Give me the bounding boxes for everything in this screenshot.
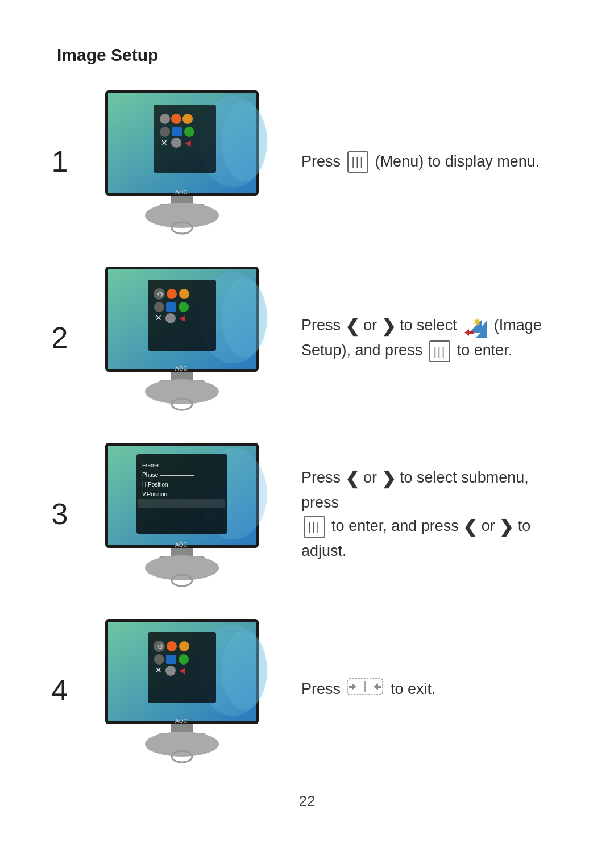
menu-button-icon-2: ||| <box>429 340 451 362</box>
menu-button-icon-1: ||| <box>347 151 369 173</box>
svg-point-17 <box>145 203 219 228</box>
step-2-desc: Press ❮ or ❯ to select (Image Setup), an… <box>290 313 569 362</box>
svg-text:V.Position ————: V.Position ———— <box>142 491 192 497</box>
svg-point-37 <box>145 379 219 404</box>
svg-rect-52 <box>138 499 225 508</box>
svg-text:Phase ——————: Phase —————— <box>142 472 194 478</box>
svg-point-11 <box>184 127 194 137</box>
svg-text:◀: ◀ <box>179 666 185 675</box>
svg-marker-80 <box>374 683 381 690</box>
step-3-to-enter: to enter, and press <box>331 517 463 534</box>
chevron-right-3b: ❯ <box>499 517 513 536</box>
svg-text:AOC: AOC <box>175 366 188 372</box>
step-3-desc: Press ❮ or ❯ to select submenu, press ||… <box>290 466 569 563</box>
step-1-row: 1 ✕ <box>45 88 569 235</box>
step-2-row: 2 ⚙ ✕ ◀ <box>45 264 569 412</box>
svg-rect-10 <box>172 127 182 136</box>
svg-point-28 <box>179 289 189 299</box>
step-2-or-1: or <box>363 317 381 334</box>
svg-point-29 <box>154 302 164 312</box>
svg-point-71 <box>165 666 176 676</box>
image-setup-icon <box>463 314 487 338</box>
step-1-monitor: ✕ ◀ AOC <box>97 88 267 235</box>
step-1-press-label: Press <box>301 153 345 170</box>
page-title: Image Setup <box>57 45 569 65</box>
step-2-number: 2 <box>45 321 74 355</box>
step-2-to-select: to select <box>400 317 461 334</box>
step-4-press: Press <box>301 680 345 697</box>
svg-point-69 <box>179 654 189 665</box>
svg-text:✕: ✕ <box>155 666 162 675</box>
step-4-desc: Press to exit. <box>290 676 569 704</box>
page-number: 22 <box>45 792 569 810</box>
chevron-left-3b: ❮ <box>463 517 477 536</box>
step-4-row: 4 ⚙ ✕ ◀ <box>45 616 569 764</box>
svg-text:Frame ———: Frame ——— <box>142 462 177 468</box>
step-2-monitor: ⚙ ✕ ◀ AOC <box>97 264 267 412</box>
svg-text:AOC: AOC <box>175 542 188 548</box>
chevron-right-3a: ❯ <box>381 469 396 488</box>
svg-point-61 <box>222 630 267 710</box>
svg-point-65 <box>167 641 177 651</box>
step-2-press: Press <box>301 317 345 334</box>
svg-point-27 <box>167 289 177 299</box>
step-4-to-exit: to exit. <box>391 680 436 697</box>
svg-point-9 <box>160 127 170 137</box>
svg-point-66 <box>179 641 189 651</box>
svg-text:✕: ✕ <box>161 138 168 147</box>
step-3-row: 3 Frame ——— Phase —————— H.Position ————… <box>45 440 569 588</box>
step-2-setup-cont: Setup), and press <box>301 342 427 359</box>
step-1-desc: Press ||| (Menu) to display menu. <box>290 150 569 173</box>
step-1-desc-text: (Menu) to display menu. <box>375 153 540 170</box>
chevron-right-2: ❯ <box>381 317 396 335</box>
svg-text:✕: ✕ <box>155 313 162 322</box>
chevron-left-3a: ❮ <box>345 469 359 488</box>
svg-point-7 <box>171 114 181 124</box>
svg-point-8 <box>182 114 193 124</box>
svg-point-55 <box>145 555 219 580</box>
svg-text:◀: ◀ <box>179 313 185 322</box>
svg-marker-79 <box>349 683 356 690</box>
svg-point-67 <box>154 654 164 665</box>
step-4-monitor: ⚙ ✕ ◀ AOC <box>97 616 267 764</box>
svg-rect-30 <box>166 302 176 312</box>
step-3-number: 3 <box>45 497 74 531</box>
step-2-image-setup-label: (Image <box>494 317 542 334</box>
svg-point-75 <box>145 732 219 757</box>
svg-point-6 <box>160 114 170 124</box>
svg-text:◀: ◀ <box>185 138 191 147</box>
step-3-adjust: adjust. <box>301 542 347 559</box>
svg-text:AOC: AOC <box>175 718 188 724</box>
step-2-to-enter: to enter. <box>457 342 513 359</box>
svg-text:H.Position ————: H.Position ———— <box>142 481 192 488</box>
menu-button-icon-3: ||| <box>304 516 325 538</box>
step-3-to-adjust: to <box>518 517 531 534</box>
svg-text:⚙: ⚙ <box>157 290 164 298</box>
step-1-number: 1 <box>45 144 74 178</box>
step-3-or-2: or <box>482 517 500 534</box>
svg-point-31 <box>179 302 189 312</box>
step-4-number: 4 <box>45 673 74 707</box>
exit-icon <box>347 676 384 704</box>
chevron-left-2: ❮ <box>345 317 359 335</box>
svg-text:⚙: ⚙ <box>157 642 164 651</box>
svg-rect-68 <box>166 655 176 664</box>
svg-text:AOC: AOC <box>175 189 188 196</box>
svg-point-33 <box>165 313 176 323</box>
step-3-press: Press <box>301 468 345 485</box>
step-3-or-1: or <box>363 468 381 485</box>
svg-point-13 <box>171 138 181 148</box>
svg-point-23 <box>222 278 267 358</box>
step-3-monitor: Frame ——— Phase —————— H.Position ———— V… <box>97 440 267 588</box>
svg-point-4 <box>222 102 267 181</box>
